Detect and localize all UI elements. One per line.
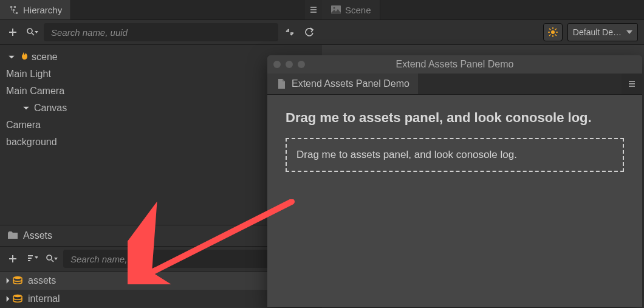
floating-heading: Drag me to assets panel, and look conoso… bbox=[286, 109, 624, 127]
scene-tabbar-spacer bbox=[380, 0, 644, 19]
tab-extend-demo[interactable]: Extend Assets Panel Demo bbox=[267, 74, 418, 94]
node-label: background bbox=[6, 137, 57, 148]
chevron-right-icon bbox=[4, 295, 12, 303]
node-label: Camera bbox=[6, 120, 41, 131]
asset-label: internal bbox=[28, 293, 60, 304]
svg-point-14 bbox=[551, 30, 555, 34]
svg-line-19 bbox=[549, 29, 551, 30]
minimize-icon[interactable] bbox=[286, 61, 293, 68]
floating-window-body: Drag me to assets panel, and look conoso… bbox=[267, 95, 642, 307]
svg-line-4 bbox=[32, 33, 35, 36]
gizmo-toggle-button[interactable] bbox=[543, 23, 563, 41]
window-title: Extend Assets Panel Demo bbox=[396, 59, 514, 70]
floating-window-tabs: Extend Assets Panel Demo bbox=[267, 74, 642, 95]
asset-label: assets bbox=[28, 275, 56, 286]
floating-tabs-spacer bbox=[418, 74, 622, 94]
svg-point-13 bbox=[334, 7, 335, 9]
hierarchy-search-input[interactable] bbox=[50, 27, 272, 38]
scene-tab-label: Scene bbox=[345, 5, 371, 15]
add-button[interactable] bbox=[5, 24, 21, 40]
hierarchy-tab-label: Hierarchy bbox=[23, 5, 62, 15]
floating-menu-button[interactable] bbox=[622, 74, 642, 94]
tab-hierarchy[interactable]: Hierarchy bbox=[0, 0, 71, 19]
tab-scene[interactable]: Scene bbox=[322, 0, 380, 19]
floating-window-titlebar[interactable]: Extend Assets Panel Demo bbox=[267, 55, 642, 74]
scene-toolbar: Default De… bbox=[322, 20, 644, 45]
svg-line-9 bbox=[52, 260, 54, 262]
close-icon[interactable] bbox=[273, 61, 281, 68]
chevron-down-icon bbox=[626, 30, 632, 34]
floating-tab-label: Extend Assets Panel Demo bbox=[292, 78, 409, 89]
traffic-lights bbox=[273, 55, 305, 74]
assets-title: Assets bbox=[23, 230, 52, 241]
search-dropdown-button[interactable] bbox=[24, 24, 40, 40]
drag-source-box[interactable]: Drag me to assets panel, and look conoso… bbox=[286, 138, 624, 172]
hierarchy-toolbar bbox=[0, 20, 322, 45]
hierarchy-icon bbox=[9, 4, 19, 15]
folder-icon bbox=[7, 230, 18, 241]
svg-point-8 bbox=[47, 255, 52, 260]
svg-line-22 bbox=[549, 35, 551, 36]
svg-point-10 bbox=[13, 276, 22, 279]
svg-line-20 bbox=[555, 35, 557, 36]
assets-sort-button[interactable] bbox=[24, 251, 40, 267]
scene-node-label: scene bbox=[32, 52, 58, 63]
node-label: Canvas bbox=[34, 103, 67, 114]
scene-icon bbox=[331, 4, 341, 15]
hierarchy-search-wrap bbox=[44, 23, 278, 41]
node-label: Main Light bbox=[6, 69, 51, 80]
file-icon bbox=[276, 78, 287, 89]
hierarchy-tabbar: Hierarchy bbox=[0, 0, 322, 20]
hierarchy-tabbar-spacer bbox=[71, 0, 305, 19]
assets-add-button[interactable] bbox=[5, 251, 21, 267]
chevron-down-icon bbox=[7, 53, 16, 61]
device-dropdown[interactable]: Default De… bbox=[567, 23, 638, 41]
device-label: Default De… bbox=[573, 27, 622, 37]
floating-window[interactable]: Extend Assets Panel Demo Extend Assets P… bbox=[267, 55, 642, 307]
database-icon bbox=[12, 294, 23, 304]
chevron-down-icon bbox=[22, 104, 30, 112]
collapse-button[interactable] bbox=[282, 24, 298, 40]
svg-line-21 bbox=[555, 29, 557, 30]
chevron-right-icon bbox=[4, 276, 12, 285]
node-label: Main Camera bbox=[6, 86, 64, 97]
scene-tabbar: Scene bbox=[322, 0, 644, 20]
drag-text: Drag me to assets panel, and look conoso… bbox=[296, 149, 517, 160]
svg-point-3 bbox=[27, 29, 32, 33]
database-icon bbox=[12, 276, 23, 286]
fire-icon bbox=[18, 52, 29, 63]
svg-point-11 bbox=[13, 295, 22, 297]
refresh-button[interactable] bbox=[301, 24, 317, 40]
maximize-icon[interactable] bbox=[298, 61, 305, 68]
hierarchy-menu-button[interactable] bbox=[305, 0, 322, 19]
assets-search-dropdown-button[interactable] bbox=[44, 251, 60, 267]
